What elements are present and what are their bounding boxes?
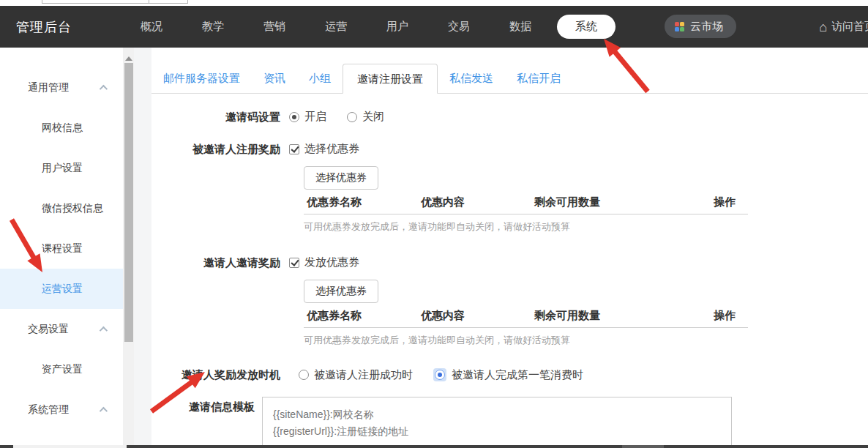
grid-icon xyxy=(675,22,684,31)
app-title: 管理后台 xyxy=(16,6,72,48)
chevron-up-icon xyxy=(100,406,108,414)
reward-timing-row: 邀请人奖励发放时机 被邀请人注册成功时 被邀请人完成第一笔消费时 xyxy=(151,367,868,382)
nav-item-marketing[interactable]: 营销 xyxy=(244,20,305,34)
invite-settings-form: 邀请码设置 开启 关闭 被邀请人注册奖励 选择优惠券 选择优惠券 xyxy=(151,94,868,445)
timing-on-register-radio[interactable] xyxy=(299,370,309,380)
tab-private-message-open[interactable]: 私信开启 xyxy=(505,64,572,93)
nav-item-users[interactable]: 用户 xyxy=(367,20,428,34)
cutoff-box-divider xyxy=(149,0,149,3)
sidebar-content-gutter xyxy=(134,48,151,445)
tab-group[interactable]: 小组 xyxy=(297,64,343,93)
nav-item-system-active[interactable]: 系统 xyxy=(551,15,621,39)
invite-code-on-radio[interactable] xyxy=(289,112,299,122)
nav-item-operations[interactable]: 运营 xyxy=(305,20,367,34)
coupon-remaining-header: 剩余可用数量 xyxy=(531,195,711,209)
scrollbar-up-arrow-icon[interactable] xyxy=(125,56,132,61)
timing-on-register-label: 被邀请人注册成功时 xyxy=(314,368,413,382)
timing-first-purchase-label: 被邀请人完成第一笔消费时 xyxy=(452,368,583,382)
invitee-reward-checkbox-label: 选择优惠券 xyxy=(304,142,359,156)
sidebar-group-trade-settings[interactable]: 交易设置 xyxy=(0,309,123,349)
sidebar-scrollbar-track xyxy=(123,48,134,445)
timing-first-purchase-radio[interactable] xyxy=(435,370,445,380)
tab-mail-server[interactable]: 邮件服务器设置 xyxy=(151,64,252,93)
inviter-reward-checkbox-label: 发放优惠券 xyxy=(304,255,359,269)
invite-code-off-radio[interactable] xyxy=(347,112,357,122)
sidebar-item-wechat-auth[interactable]: 微信授权信息 xyxy=(0,188,123,228)
invitee-reward-checkbox[interactable] xyxy=(289,144,299,154)
scrollbar-thumb[interactable] xyxy=(124,63,133,342)
inviter-reward-checkbox[interactable] xyxy=(289,258,299,268)
sidebar-group-label: 系统管理 xyxy=(28,403,69,417)
coupon-remaining-header: 剩余可用数量 xyxy=(531,309,711,323)
visit-homepage-link[interactable]: ⌂ 访问首页 xyxy=(819,6,868,48)
sidebar-item-label: 课程设置 xyxy=(42,242,83,255)
select-coupon-button-1[interactable]: 选择优惠券 xyxy=(304,166,378,190)
sidebar-group-label: 交易设置 xyxy=(28,323,69,336)
sidebar-item-label: 微信授权信息 xyxy=(42,202,103,215)
reward-timing-label: 邀请人奖励发放时机 xyxy=(151,367,280,382)
tab-private-message-send[interactable]: 私信发送 xyxy=(438,64,505,93)
sidebar-group-label: 通用管理 xyxy=(28,81,69,94)
sidebar-item-school-info[interactable]: 网校信息 xyxy=(0,108,123,148)
top-strip xyxy=(0,0,868,6)
nav-item-data[interactable]: 数据 xyxy=(490,20,551,34)
coupon-action-header: 操作 xyxy=(711,309,748,323)
coupon-content-header: 优惠内容 xyxy=(418,195,531,209)
coupon-table-2: 优惠券名称 优惠内容 剩余可用数量 操作 可用优惠券发放完成后，邀请功能即自动关… xyxy=(304,309,748,347)
nav-item-overview[interactable]: 概况 xyxy=(121,20,182,34)
coupon-table-1: 优惠券名称 优惠内容 剩余可用数量 操作 可用优惠券发放完成后，邀请功能即自动关… xyxy=(304,195,748,234)
radio-focus-halo xyxy=(433,368,446,381)
invite-code-on-label: 开启 xyxy=(304,110,326,124)
tab-invite-register-active[interactable]: 邀请注册设置 xyxy=(343,64,438,94)
template-line-2: {{registerUrl}}:注册链接的地址 xyxy=(273,423,721,440)
visit-homepage-label: 访问首页 xyxy=(831,20,868,34)
invite-code-row: 邀请码设置 开启 关闭 xyxy=(151,110,868,124)
cloud-market-label: 云市场 xyxy=(690,20,723,34)
coupon-action-header: 操作 xyxy=(711,195,748,209)
tab-news[interactable]: 资讯 xyxy=(252,64,297,93)
coupon-name-header: 优惠券名称 xyxy=(304,195,418,209)
bottom-bar-thumb xyxy=(127,445,868,448)
inviter-reward-row: 邀请人邀请奖励 发放优惠券 选择优惠券 优惠券名称 优惠内容 剩余可用数量 操作… xyxy=(151,255,868,347)
bottom-bar-segment xyxy=(0,445,13,448)
sidebar-item-label: 资产设置 xyxy=(42,363,83,376)
nav-system-pill[interactable]: 系统 xyxy=(557,15,616,39)
sidebar: 通用管理 网校信息 用户设置 微信授权信息 课程设置 运营设置 交易设置 资产设… xyxy=(0,48,123,445)
coupon-table-note: 可用优惠券发放完成后，邀请功能即自动关闭，请做好活动预算 xyxy=(304,220,748,234)
invite-template-row: 邀请信息模板 {{siteName}}:网校名称 {{registerUrl}}… xyxy=(151,400,868,445)
sidebar-item-course-settings[interactable]: 课程设置 xyxy=(0,228,123,269)
cutoff-browser-box xyxy=(42,0,188,4)
invite-template-textarea[interactable]: {{siteName}}:网校名称 {{registerUrl}}:注册链接的地… xyxy=(262,397,732,445)
invitee-reward-row: 被邀请人注册奖励 选择优惠券 选择优惠券 优惠券名称 优惠内容 剩余可用数量 操… xyxy=(151,142,868,234)
sidebar-item-user-settings[interactable]: 用户设置 xyxy=(0,148,123,188)
sidebar-item-asset-settings[interactable]: 资产设置 xyxy=(0,349,123,389)
invite-code-label: 邀请码设置 xyxy=(151,110,280,124)
bottom-bar-segment-light xyxy=(622,445,664,448)
invite-template-label: 邀请信息模板 xyxy=(151,400,255,445)
top-nav: 概况 教学 营销 运营 用户 交易 数据 系统 xyxy=(121,6,621,48)
sidebar-group-general[interactable]: 通用管理 xyxy=(0,67,123,108)
top-navigation-bar: 管理后台 概况 教学 营销 运营 用户 交易 数据 系统 云市场 ⌂ 访问首页 xyxy=(0,6,868,48)
inviter-reward-label: 邀请人邀请奖励 xyxy=(151,255,280,347)
select-coupon-button-2[interactable]: 选择优惠券 xyxy=(304,280,378,303)
cloud-market-button[interactable]: 云市场 xyxy=(665,15,736,38)
chevron-up-icon xyxy=(100,326,108,334)
nav-item-teaching[interactable]: 教学 xyxy=(182,20,244,34)
coupon-name-header: 优惠券名称 xyxy=(304,309,418,323)
coupon-content-header: 优惠内容 xyxy=(418,309,531,323)
sidebar-item-label: 用户设置 xyxy=(42,162,83,175)
invite-code-off-label: 关闭 xyxy=(362,110,384,124)
sidebar-item-label: 运营设置 xyxy=(42,283,83,296)
template-line-1: {{siteName}}:网校名称 xyxy=(273,406,721,423)
coupon-table-note: 可用优惠券发放完成后，邀请功能即自动关闭，请做好活动预算 xyxy=(304,334,748,347)
bottom-scrollbar[interactable] xyxy=(0,445,868,448)
invitee-reward-label: 被邀请人注册奖励 xyxy=(151,142,280,234)
sidebar-item-operation-settings[interactable]: 运营设置 xyxy=(0,269,123,309)
home-icon: ⌂ xyxy=(819,20,827,34)
chevron-up-icon xyxy=(100,84,108,92)
settings-tab-bar: 邮件服务器设置 资讯 小组 邀请注册设置 私信发送 私信开启 xyxy=(151,64,868,94)
sidebar-group-system-management[interactable]: 系统管理 xyxy=(0,389,123,430)
sidebar-item-label: 网校信息 xyxy=(42,122,83,135)
main-content: 邮件服务器设置 资讯 小组 邀请注册设置 私信发送 私信开启 邀请码设置 开启 … xyxy=(151,48,868,445)
nav-item-trade[interactable]: 交易 xyxy=(428,20,490,34)
